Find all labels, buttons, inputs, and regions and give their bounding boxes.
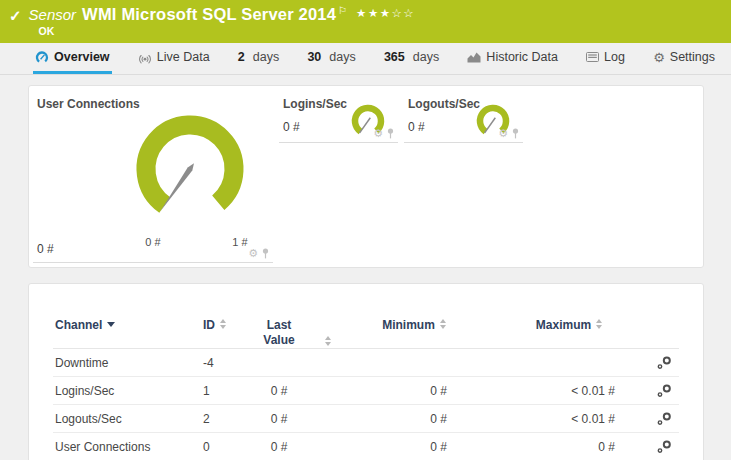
gauge-widget-user-connections: User Connections 0 # 1 # 0 # ⚙ [33,93,273,263]
channel-id: 1 [203,384,259,398]
maximum-value: < 0.01 # [489,384,649,398]
tab-label-number: 2 [238,50,245,64]
channel-id: -4 [203,356,259,370]
gauge-needle [360,118,371,133]
maximum-value: < 0.01 # [489,412,649,426]
gear-icon[interactable]: ⚙ [248,248,258,259]
gauge-current-value: 0 # [283,120,300,134]
sort-caret-icon [107,322,115,327]
sort-arrows-icon [220,319,226,329]
tab-label: Overview [54,50,110,64]
column-header-last-value[interactable]: Last Value [259,318,339,348]
channel-name: Logins/Sec [53,384,203,398]
gear-icon[interactable]: ⚙ [373,128,383,139]
sensor-status-text: OK [39,25,416,37]
table-header-row: Channel ID Last Value Minimum Maximum [53,284,679,349]
channel-settings-gears-icon[interactable] [657,356,672,370]
gear-icon: ⚙ [653,51,665,64]
minimum-value: 0 # [339,384,489,398]
gauge-current-value: 0 # [37,242,54,256]
channel-id: 0 [203,440,259,454]
channel-settings-gears-icon[interactable] [657,384,672,398]
minimum-value: 0 # [339,440,489,454]
column-label: Last Value [259,318,299,348]
gauge-needle [485,118,496,133]
sort-arrows-icon [325,336,331,346]
priority-stars[interactable]: ★★★☆☆ [356,7,415,19]
tab-365-days[interactable]: 365 days [382,43,441,74]
channel-settings-gears-icon[interactable] [657,412,672,426]
gauge-icon [35,50,49,64]
pin-icon[interactable] [511,128,520,139]
table-row-logouts-sec: Logouts/Sec 2 0 # 0 # < 0.01 # [53,405,679,433]
gauge-scale-min: 0 # [136,236,170,248]
last-value: 0 # [259,412,339,426]
last-value: 0 # [259,384,339,398]
tab-label: days [413,50,439,64]
column-label: Minimum [382,318,435,332]
sensor-overview-content: User Connections 0 # 1 # 0 # ⚙ Logins/Se… [0,85,731,460]
tab-overview[interactable]: Overview [33,43,112,74]
column-label: ID [203,318,215,332]
tab-historic-data[interactable]: Historic Data [465,43,560,74]
tab-live-data[interactable]: Live Data [136,43,212,74]
favorite-flag-icon[interactable]: ⚐ [338,5,347,16]
gauge-needle [160,163,194,211]
column-header-maximum[interactable]: Maximum [489,318,649,332]
last-value: 0 # [259,440,339,454]
column-label: Maximum [536,318,591,332]
tab-label: Log [604,50,625,64]
minimum-value: 0 # [339,412,489,426]
log-list-icon [586,52,599,62]
channel-name: Downtime [53,356,203,370]
tab-label-number: 365 [384,50,405,64]
column-label: Channel [55,318,102,332]
pin-icon[interactable] [386,128,395,139]
channel-name: User Connections [53,440,203,454]
maximum-value: 0 # [489,440,649,454]
table-row-downtime: Downtime -4 [53,349,679,377]
channel-settings-gears-icon[interactable] [657,440,672,454]
tab-2-days[interactable]: 2 days [236,43,281,74]
object-kind-label: Sensor [29,6,77,23]
channel-id: 2 [203,412,259,426]
sort-arrows-icon [440,319,446,329]
tab-label-number: 30 [307,50,321,64]
tab-label: Live Data [157,50,210,64]
tab-log[interactable]: Log [584,43,627,74]
chart-mountain-icon [467,52,481,63]
tab-label: days [329,50,355,64]
column-header-minimum[interactable]: Minimum [339,318,489,332]
table-row-user-connections: User Connections 0 0 # 0 # 0 # [53,433,679,460]
tab-settings[interactable]: ⚙ Settings [651,43,717,74]
gauge-widget-logins-sec: Logins/Sec 0 # ⚙ [279,93,398,143]
gauge-title: Logouts/Sec [408,97,480,111]
gear-icon[interactable]: ⚙ [498,128,508,139]
status-ok-check-icon: ✓ [9,7,22,43]
gauges-panel: User Connections 0 # 1 # 0 # ⚙ Logins/Se… [28,85,704,268]
sensor-title: WMI Microsoft SQL Server 2014 [82,5,336,23]
tab-bar: Overview Live Data 2 days 30 days 365 da… [0,43,731,75]
channel-name: Logouts/Sec [53,412,203,426]
gauge-current-value: 0 # [408,120,425,134]
column-header-id[interactable]: ID [203,318,259,332]
sort-arrows-icon [596,319,602,329]
pin-icon[interactable] [261,248,270,259]
tab-label: Historic Data [486,50,558,64]
channels-table: Channel ID Last Value Minimum Maximum [28,283,704,460]
column-header-channel[interactable]: Channel [53,318,203,332]
live-broadcast-icon [138,51,152,64]
gauge-widget-logouts-sec: Logouts/Sec 0 # ⚙ [404,93,523,143]
tab-label: Settings [670,50,715,64]
tab-30-days[interactable]: 30 days [305,43,357,74]
gauge-title: Logins/Sec [283,97,347,111]
sensor-status-bar: ✓ SensorWMI Microsoft SQL Server 2014⚐★★… [0,0,731,43]
table-row-logins-sec: Logins/Sec 1 0 # 0 # < 0.01 # [53,377,679,405]
tab-label: days [253,50,279,64]
user-connections-gauge [125,107,255,237]
